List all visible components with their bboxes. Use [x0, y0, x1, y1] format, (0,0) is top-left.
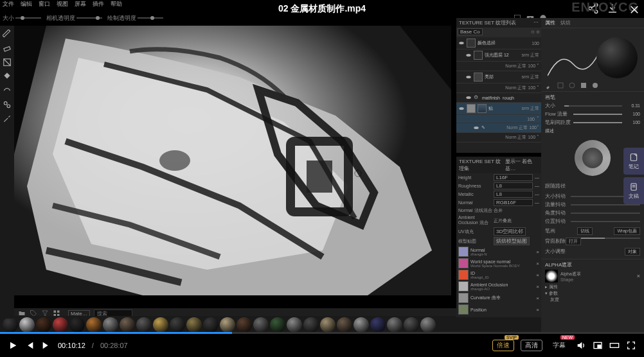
roughness-dropdown[interactable]: L8	[494, 182, 533, 189]
pip-icon[interactable]	[593, 340, 603, 351]
layer-item-selected[interactable]: 贴 srm 正常	[456, 103, 541, 115]
normal-dropdown[interactable]: RGB16F	[494, 199, 533, 206]
jitter-angle-slider[interactable]	[571, 213, 640, 214]
material-ball[interactable]	[420, 317, 436, 333]
layer-item[interactable]: 颜色选择 100	[456, 37, 541, 49]
visibility-icon[interactable]	[458, 40, 465, 46]
tab-bake[interactable]: 烘焙	[560, 19, 571, 26]
material-ball[interactable]	[69, 317, 85, 333]
map-remove-icon[interactable]: ×	[536, 307, 539, 313]
backface-dropdown[interactable]: 打开	[566, 238, 581, 245]
projection-tool-icon[interactable]	[3, 58, 12, 67]
layer-blend-row[interactable]: 100 ˅	[456, 115, 541, 123]
material-ball[interactable]	[370, 317, 386, 333]
flow-slider[interactable]	[573, 114, 622, 115]
visibility-icon[interactable]	[465, 94, 472, 101]
notes-button[interactable]: 笔记	[623, 148, 644, 175]
material-ball[interactable]	[237, 317, 252, 333]
material-ball[interactable]	[153, 317, 168, 333]
backface-slider[interactable]	[581, 238, 640, 239]
material-ball[interactable]	[203, 317, 219, 333]
material-ball[interactable]	[3, 317, 18, 333]
smudge-tool-icon[interactable]	[3, 86, 12, 95]
layer-item[interactable]: 强光图层 12 srm 正常	[456, 49, 541, 62]
material-ball[interactable]	[136, 317, 152, 333]
picker-tool-icon[interactable]	[3, 114, 12, 123]
spacing-slider[interactable]	[573, 122, 622, 123]
jitter-pos-slider[interactable]	[571, 221, 640, 222]
map-row[interactable]: Normalzhangti-N×	[456, 246, 541, 257]
material-ball[interactable]	[19, 317, 35, 333]
material-ball[interactable]	[103, 317, 118, 333]
wrap-dropdown[interactable]: Wrap包裹	[614, 227, 640, 235]
material-ball[interactable]	[353, 317, 369, 333]
height-dropdown[interactable]: L16F	[494, 174, 533, 181]
map-row[interactable]: World space normalWorld Space Normals BO…	[456, 257, 541, 269]
visibility-icon[interactable]	[465, 52, 472, 58]
channel-dropdown[interactable]: Base Co	[458, 28, 483, 35]
size-slider[interactable]	[564, 105, 622, 107]
layer-item[interactable]: 亮部 srm 正常	[456, 71, 541, 83]
next-icon[interactable]	[41, 340, 51, 351]
map-row[interactable]: IDzhangti_ID×	[456, 269, 541, 281]
alpha-thumb[interactable]	[545, 270, 558, 283]
tab-properties[interactable]: 属性	[545, 19, 555, 26]
material-ball[interactable]	[86, 317, 102, 333]
play-icon[interactable]	[8, 340, 18, 351]
material-ball[interactable]	[320, 317, 335, 333]
map-remove-icon[interactable]: ×	[536, 261, 539, 266]
visibility-icon[interactable]	[465, 74, 472, 80]
bake-button[interactable]: 烘焙模型贴图	[494, 237, 530, 245]
stroke-dropdown[interactable]: 切线	[577, 227, 593, 235]
material-ball[interactable]	[270, 317, 285, 333]
layer-blend-row[interactable]: Norm 正常 100 ˅	[456, 133, 541, 143]
material-ball[interactable]	[253, 317, 269, 333]
material-ball[interactable]	[36, 317, 51, 333]
viewport-3d[interactable]	[14, 26, 451, 295]
map-remove-icon[interactable]: ×	[536, 272, 539, 278]
map-remove-icon[interactable]: ×	[536, 249, 539, 255]
metallic-dropdown[interactable]: L8	[494, 191, 533, 198]
material-ball[interactable]	[120, 317, 135, 333]
quality-button[interactable]: 高清	[521, 340, 542, 351]
map-row[interactable]: Curvature 曲率×	[456, 292, 541, 304]
svip-badge: SVIP	[505, 335, 519, 340]
material-ball[interactable]	[287, 317, 302, 333]
theater-icon[interactable]	[609, 340, 620, 351]
alpha-remove-icon[interactable]: ×	[637, 273, 640, 279]
material-ball[interactable]	[337, 317, 352, 333]
uv-dropdown[interactable]: 3D空间比邻	[494, 227, 526, 236]
material-ball[interactable]	[53, 317, 68, 333]
layer-item[interactable]: ⚙ matfinish_rough	[456, 93, 541, 103]
layer-sublayer[interactable]: ✎ Norm 正常 100˅	[456, 123, 541, 133]
brush-tool-icon[interactable]	[3, 30, 12, 39]
eraser-tool-icon[interactable]	[3, 44, 12, 53]
visibility-icon[interactable]	[458, 105, 465, 112]
panel-menu-icon[interactable]: ⋯	[533, 19, 539, 26]
speed-button[interactable]: 倍速 SVIP	[492, 340, 514, 351]
subtitle-button[interactable]: 字幕 NEW	[549, 340, 569, 351]
layer-blend-row[interactable]: Norm 正常 100 ˅	[456, 62, 541, 71]
material-ball[interactable]	[186, 317, 202, 333]
sizespace-dropdown[interactable]: 对象	[625, 248, 640, 256]
color-picker[interactable]	[575, 140, 611, 176]
clone-tool-icon[interactable]	[3, 100, 12, 109]
progress-bar[interactable]	[0, 332, 644, 334]
fullscreen-icon[interactable]	[626, 340, 636, 351]
map-remove-icon[interactable]: ×	[536, 295, 539, 301]
visibility-icon[interactable]	[473, 125, 479, 131]
material-ball[interactable]	[220, 317, 235, 333]
material-ball[interactable]	[387, 317, 402, 333]
material-ball[interactable]	[170, 317, 185, 333]
map-row[interactable]: Position×	[456, 304, 541, 315]
layer-blend-row[interactable]: Norm 正常 100 ˅	[456, 83, 541, 93]
material-ball[interactable]	[404, 317, 419, 333]
map-remove-icon[interactable]: ×	[536, 284, 539, 290]
close-icon[interactable]	[629, 4, 640, 15]
prev-icon[interactable]	[24, 340, 35, 351]
volume-icon[interactable]	[576, 340, 586, 351]
material-ball[interactable]	[303, 317, 319, 333]
fill-tool-icon[interactable]	[3, 72, 12, 81]
map-row[interactable]: Ambient Occlusionzhangti-AO×	[456, 281, 541, 292]
transcript-button[interactable]: 文稿	[623, 177, 644, 204]
